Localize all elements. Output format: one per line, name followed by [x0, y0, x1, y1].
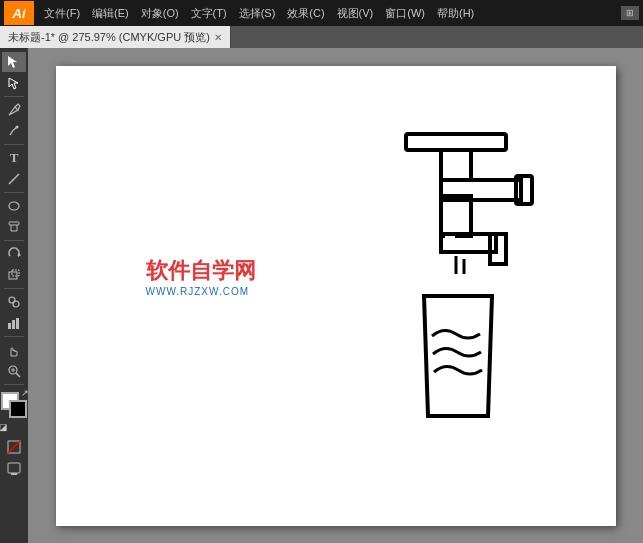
swap-colors-icon[interactable]: ↗: [21, 388, 28, 398]
svg-rect-11: [8, 323, 11, 329]
selection-tool[interactable]: [2, 52, 26, 72]
svg-rect-22: [406, 134, 506, 150]
line-tool[interactable]: [2, 169, 26, 189]
window-controls: ⊞: [621, 6, 639, 20]
title-bar: Ai 文件(F) 编辑(E) 对象(O) 文字(T) 选择(S) 效果(C) 视…: [0, 0, 643, 26]
svg-rect-28: [447, 236, 455, 241]
menu-view[interactable]: 视图(V): [331, 4, 380, 23]
svg-marker-0: [8, 56, 17, 68]
watermark-overlay: 软件自学网 WWW.RJZXW.COM: [146, 256, 256, 297]
rotate-tool[interactable]: [2, 244, 26, 264]
transform-tool[interactable]: [2, 265, 26, 285]
extra-tools: [2, 437, 26, 479]
separator-1: [4, 96, 24, 97]
svg-line-3: [9, 174, 19, 184]
svg-rect-5: [9, 222, 19, 225]
zoom-tool[interactable]: [2, 361, 26, 381]
type-tool[interactable]: T: [2, 148, 26, 168]
main-area: T: [0, 48, 643, 543]
menu-text[interactable]: 文字(T): [185, 4, 233, 23]
watermark-url: WWW.RJZXW.COM: [146, 286, 256, 297]
document-tab[interactable]: 未标题-1* @ 275.97% (CMYK/GPU 预览) ✕: [0, 26, 231, 48]
separator-3: [4, 192, 24, 193]
menu-file[interactable]: 文件(F): [38, 4, 86, 23]
direct-selection-tool[interactable]: [2, 73, 26, 93]
reset-colors-icon[interactable]: ◪: [0, 422, 8, 432]
separator-5: [4, 288, 24, 289]
none-color-btn[interactable]: [2, 437, 26, 457]
svg-rect-20: [8, 463, 20, 473]
svg-point-2: [16, 126, 19, 129]
menu-help[interactable]: 帮助(H): [431, 4, 480, 23]
svg-point-10: [13, 301, 19, 307]
separator-6: [4, 336, 24, 337]
svg-line-19: [8, 441, 20, 453]
canvas-area: 软件自学网 WWW.RJZXW.COM: [28, 48, 643, 543]
separator-2: [4, 144, 24, 145]
svg-line-15: [16, 373, 20, 377]
pencil-tool[interactable]: [2, 121, 26, 141]
faucet-glass-svg: [356, 126, 556, 466]
layout-icon[interactable]: ⊞: [621, 6, 639, 20]
svg-rect-12: [12, 320, 15, 329]
svg-marker-1: [9, 78, 18, 89]
paintbrush-tool[interactable]: [2, 217, 26, 237]
svg-rect-13: [16, 318, 19, 329]
tab-close-button[interactable]: ✕: [214, 32, 222, 43]
pen-tool[interactable]: [2, 100, 26, 120]
watermark-title: 软件自学网: [146, 256, 256, 286]
separator-4: [4, 240, 24, 241]
left-toolbar: T: [0, 48, 28, 543]
menu-effect[interactable]: 效果(C): [281, 4, 330, 23]
color-swatches: ↗ ◪: [1, 392, 27, 428]
menu-object[interactable]: 对象(O): [135, 4, 185, 23]
menu-select[interactable]: 选择(S): [233, 4, 282, 23]
ellipse-tool[interactable]: [2, 196, 26, 216]
artwork: [356, 126, 556, 470]
menu-bar: 文件(F) 编辑(E) 对象(O) 文字(T) 选择(S) 效果(C) 视图(V…: [34, 4, 621, 23]
svg-rect-23: [441, 150, 471, 180]
svg-rect-8: [12, 270, 19, 276]
screen-mode-btn[interactable]: [2, 459, 26, 479]
ai-logo: Ai: [4, 1, 34, 25]
shape-builder-tool[interactable]: [2, 292, 26, 312]
tab-bar: 未标题-1* @ 275.97% (CMYK/GPU 预览) ✕: [0, 26, 643, 48]
separator-7: [4, 384, 24, 385]
hand-tool[interactable]: [2, 340, 26, 360]
artboard: 软件自学网 WWW.RJZXW.COM: [56, 66, 616, 526]
tab-label: 未标题-1* @ 275.97% (CMYK/GPU 预览): [8, 30, 210, 45]
svg-point-4: [9, 202, 19, 210]
graph-tool[interactable]: [2, 313, 26, 333]
background-color-swatch[interactable]: [9, 400, 27, 418]
svg-rect-21: [11, 473, 17, 475]
menu-edit[interactable]: 编辑(E): [86, 4, 135, 23]
menu-window[interactable]: 窗口(W): [379, 4, 431, 23]
